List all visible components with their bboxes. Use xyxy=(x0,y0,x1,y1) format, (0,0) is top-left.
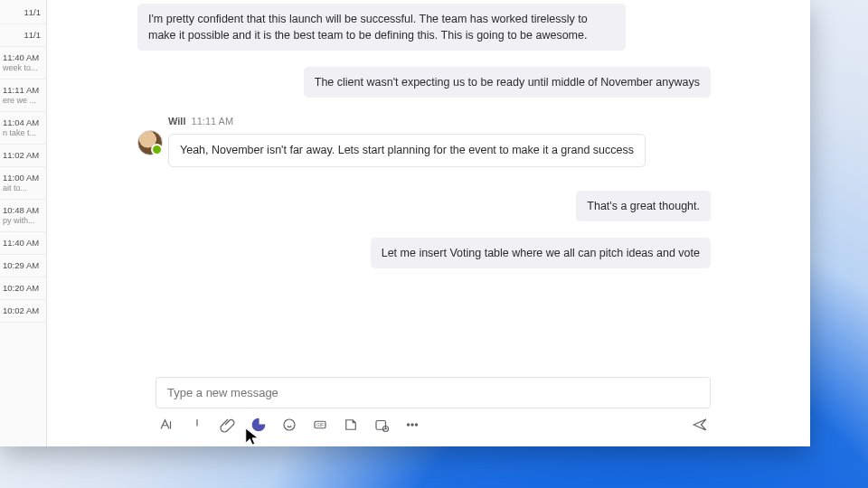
message-outgoing[interactable]: The client wasn't expecting us to be rea… xyxy=(304,67,711,98)
chat-list-item[interactable]: 11/1 xyxy=(0,2,46,24)
svg-point-5 xyxy=(407,424,409,426)
avatar[interactable] xyxy=(137,130,163,155)
svg-rect-3 xyxy=(376,421,386,430)
compose-toolbar: GIF xyxy=(156,408,711,434)
chat-pane: I'm pretty confident that this launch wi… xyxy=(47,0,810,446)
message-with-avatar: Yeah, November isn't far away. Lets star… xyxy=(137,130,711,170)
format-icon[interactable] xyxy=(157,416,175,434)
emoji-icon[interactable] xyxy=(280,416,298,434)
svg-point-7 xyxy=(415,424,417,426)
chat-list-item[interactable]: 10:20 AM xyxy=(0,277,46,300)
sender-time: 11:11 AM xyxy=(192,116,233,127)
sticker-icon[interactable] xyxy=(342,416,360,434)
chat-list-item[interactable]: 10:02 AM xyxy=(0,300,46,323)
message-outgoing[interactable]: That's a great thought. xyxy=(576,191,711,221)
chat-list-item[interactable]: 11:00 AMait to... xyxy=(0,167,46,200)
message-outgoing[interactable]: Let me insert Voting table where we all … xyxy=(371,238,711,268)
sender-meta: Will 11:11 AM xyxy=(168,116,711,127)
more-icon[interactable] xyxy=(403,416,421,434)
sender-name: Will xyxy=(168,116,185,127)
chat-list-item[interactable]: 10:29 AM xyxy=(0,255,46,277)
svg-point-6 xyxy=(411,424,413,426)
priority-icon[interactable] xyxy=(188,416,206,434)
gif-icon[interactable]: GIF xyxy=(311,416,329,434)
chat-list-item[interactable]: 11:02 AM xyxy=(0,145,46,167)
compose-area: GIF xyxy=(156,377,711,434)
loop-icon[interactable] xyxy=(250,416,268,434)
chat-list-item[interactable]: 10:48 AMpy with... xyxy=(0,200,46,232)
svg-point-0 xyxy=(284,419,295,430)
send-icon[interactable] xyxy=(691,416,709,434)
attach-icon[interactable] xyxy=(219,416,237,434)
svg-text:GIF: GIF xyxy=(316,423,324,427)
message-thread: I'm pretty confident that this launch wi… xyxy=(47,0,810,377)
chat-list-item[interactable]: 11:40 AMweek to... xyxy=(0,47,46,80)
teams-window: 11/111/111:40 AMweek to...11:11 AMere we… xyxy=(0,0,810,446)
chat-list-item[interactable]: 11:11 AMere we ... xyxy=(0,80,46,112)
schedule-icon[interactable] xyxy=(373,416,391,434)
chat-list-item[interactable]: 11/1 xyxy=(0,24,46,47)
chat-list-item[interactable]: 11:04 AMn take t... xyxy=(0,112,46,145)
chat-list-item[interactable]: 11:40 AM xyxy=(0,232,46,255)
message-incoming[interactable]: Yeah, November isn't far away. Lets star… xyxy=(168,134,646,166)
message-incoming[interactable]: I'm pretty confident that this launch wi… xyxy=(137,4,626,51)
message-input[interactable] xyxy=(156,377,711,408)
chat-list-rail: 11/111/111:40 AMweek to...11:11 AMere we… xyxy=(0,0,47,446)
